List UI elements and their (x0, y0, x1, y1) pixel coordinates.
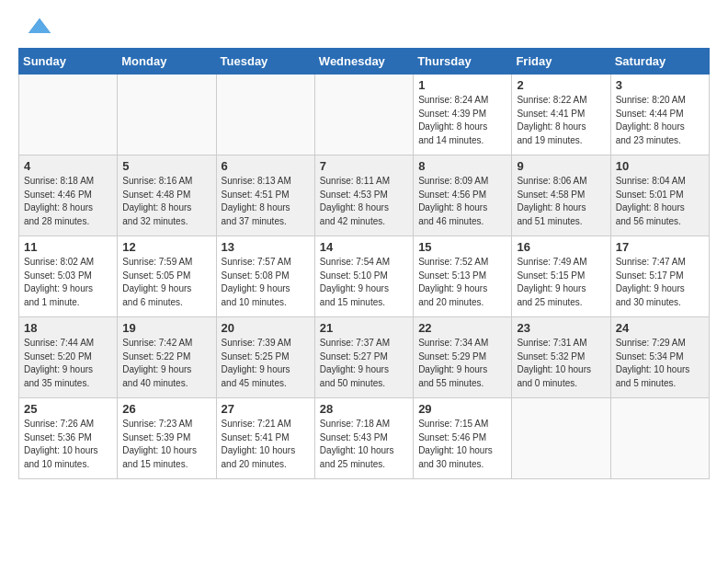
calendar-cell: 29Sunrise: 7:15 AM Sunset: 5:46 PM Dayli… (414, 398, 512, 479)
day-info: Sunrise: 7:21 AM Sunset: 5:41 PM Dayligh… (222, 418, 310, 471)
day-info: Sunrise: 8:13 AM Sunset: 4:51 PM Dayligh… (222, 175, 310, 228)
page: SundayMondayTuesdayWednesdayThursdayFrid… (0, 0, 728, 494)
day-info: Sunrise: 7:57 AM Sunset: 5:08 PM Dayligh… (222, 256, 310, 309)
calendar-cell: 7Sunrise: 8:11 AM Sunset: 4:53 PM Daylig… (314, 155, 413, 236)
day-number: 29 (418, 402, 506, 416)
day-number: 24 (616, 321, 704, 335)
calendar-header-row: SundayMondayTuesdayWednesdayThursdayFrid… (19, 49, 710, 75)
day-number: 19 (122, 321, 210, 335)
calendar-header-thursday: Thursday (414, 49, 512, 75)
day-number: 21 (320, 321, 408, 335)
day-info: Sunrise: 8:18 AM Sunset: 4:46 PM Dayligh… (24, 175, 112, 228)
calendar-cell: 5Sunrise: 8:16 AM Sunset: 4:48 PM Daylig… (118, 155, 216, 236)
calendar-cell: 21Sunrise: 7:37 AM Sunset: 5:27 PM Dayli… (314, 317, 413, 398)
day-number: 25 (24, 402, 112, 416)
day-number: 17 (616, 240, 704, 254)
day-info: Sunrise: 7:29 AM Sunset: 5:34 PM Dayligh… (616, 337, 704, 390)
calendar-cell: 3Sunrise: 8:20 AM Sunset: 4:44 PM Daylig… (610, 75, 709, 155)
calendar-cell: 10Sunrise: 8:04 AM Sunset: 5:01 PM Dayli… (610, 155, 709, 236)
day-number: 15 (418, 240, 506, 254)
day-number: 20 (222, 321, 310, 335)
calendar-header-sunday: Sunday (19, 49, 118, 75)
day-number: 16 (517, 240, 605, 254)
calendar-cell (118, 75, 216, 155)
day-number: 13 (222, 240, 310, 254)
calendar-cell: 22Sunrise: 7:34 AM Sunset: 5:29 PM Dayli… (414, 317, 512, 398)
calendar-cell: 4Sunrise: 8:18 AM Sunset: 4:46 PM Daylig… (19, 155, 118, 236)
calendar-cell: 2Sunrise: 8:22 AM Sunset: 4:41 PM Daylig… (512, 75, 610, 155)
day-number: 9 (517, 159, 605, 173)
day-number: 1 (418, 78, 506, 92)
day-number: 18 (24, 321, 112, 335)
calendar-cell: 20Sunrise: 7:39 AM Sunset: 5:25 PM Dayli… (216, 317, 314, 398)
calendar-cell: 9Sunrise: 8:06 AM Sunset: 4:58 PM Daylig… (512, 155, 610, 236)
day-info: Sunrise: 7:59 AM Sunset: 5:05 PM Dayligh… (122, 256, 210, 309)
day-number: 5 (122, 159, 210, 173)
calendar-cell (19, 75, 118, 155)
calendar-cell: 25Sunrise: 7:26 AM Sunset: 5:36 PM Dayli… (19, 398, 118, 479)
day-info: Sunrise: 7:47 AM Sunset: 5:17 PM Dayligh… (616, 256, 704, 309)
calendar-header-monday: Monday (118, 49, 216, 75)
calendar-cell: 1Sunrise: 8:24 AM Sunset: 4:39 PM Daylig… (414, 75, 512, 155)
calendar-cell: 24Sunrise: 7:29 AM Sunset: 5:34 PM Dayli… (610, 317, 709, 398)
logo-icon (21, 11, 51, 40)
calendar-cell: 8Sunrise: 8:09 AM Sunset: 4:56 PM Daylig… (414, 155, 512, 236)
day-info: Sunrise: 8:22 AM Sunset: 4:41 PM Dayligh… (517, 94, 605, 147)
day-info: Sunrise: 8:16 AM Sunset: 4:48 PM Dayligh… (122, 175, 210, 228)
calendar-cell: 12Sunrise: 7:59 AM Sunset: 5:05 PM Dayli… (118, 236, 216, 317)
calendar-cell: 26Sunrise: 7:23 AM Sunset: 5:39 PM Dayli… (118, 398, 216, 479)
day-number: 8 (418, 159, 506, 173)
day-number: 2 (517, 78, 605, 92)
calendar-cell: 14Sunrise: 7:54 AM Sunset: 5:10 PM Dayli… (314, 236, 413, 317)
calendar-cell: 19Sunrise: 7:42 AM Sunset: 5:22 PM Dayli… (118, 317, 216, 398)
day-info: Sunrise: 8:09 AM Sunset: 4:56 PM Dayligh… (418, 175, 506, 228)
calendar-week-5: 25Sunrise: 7:26 AM Sunset: 5:36 PM Dayli… (19, 398, 710, 479)
day-number: 3 (616, 78, 704, 92)
day-info: Sunrise: 7:44 AM Sunset: 5:20 PM Dayligh… (24, 337, 112, 390)
day-number: 10 (616, 159, 704, 173)
calendar-header-saturday: Saturday (610, 49, 709, 75)
calendar-week-3: 11Sunrise: 8:02 AM Sunset: 5:03 PM Dayli… (19, 236, 710, 317)
calendar-cell (216, 75, 314, 155)
calendar-cell: 11Sunrise: 8:02 AM Sunset: 5:03 PM Dayli… (19, 236, 118, 317)
day-info: Sunrise: 7:34 AM Sunset: 5:29 PM Dayligh… (418, 337, 506, 390)
day-info: Sunrise: 8:20 AM Sunset: 4:44 PM Dayligh… (616, 94, 704, 147)
calendar-table: SundayMondayTuesdayWednesdayThursdayFrid… (18, 48, 710, 479)
day-number: 11 (24, 240, 112, 254)
calendar-cell: 27Sunrise: 7:21 AM Sunset: 5:41 PM Dayli… (216, 398, 314, 479)
calendar-cell: 18Sunrise: 7:44 AM Sunset: 5:20 PM Dayli… (19, 317, 118, 398)
logo (18, 15, 51, 40)
calendar-cell: 23Sunrise: 7:31 AM Sunset: 5:32 PM Dayli… (512, 317, 610, 398)
day-info: Sunrise: 7:15 AM Sunset: 5:46 PM Dayligh… (418, 418, 506, 471)
day-info: Sunrise: 7:54 AM Sunset: 5:10 PM Dayligh… (320, 256, 408, 309)
calendar-week-1: 1Sunrise: 8:24 AM Sunset: 4:39 PM Daylig… (19, 75, 710, 155)
calendar-header-friday: Friday (512, 49, 610, 75)
day-info: Sunrise: 8:04 AM Sunset: 5:01 PM Dayligh… (616, 175, 704, 228)
day-info: Sunrise: 8:11 AM Sunset: 4:53 PM Dayligh… (320, 175, 408, 228)
day-info: Sunrise: 7:23 AM Sunset: 5:39 PM Dayligh… (122, 418, 210, 471)
day-number: 23 (517, 321, 605, 335)
header (18, 15, 710, 40)
calendar-cell: 17Sunrise: 7:47 AM Sunset: 5:17 PM Dayli… (610, 236, 709, 317)
calendar-cell (314, 75, 413, 155)
day-info: Sunrise: 7:42 AM Sunset: 5:22 PM Dayligh… (122, 337, 210, 390)
day-number: 14 (320, 240, 408, 254)
calendar-header-wednesday: Wednesday (314, 49, 413, 75)
day-info: Sunrise: 8:02 AM Sunset: 5:03 PM Dayligh… (24, 256, 112, 309)
day-info: Sunrise: 8:24 AM Sunset: 4:39 PM Dayligh… (418, 94, 506, 147)
svg-marker-1 (28, 18, 51, 33)
day-number: 6 (222, 159, 310, 173)
calendar-cell: 13Sunrise: 7:57 AM Sunset: 5:08 PM Dayli… (216, 236, 314, 317)
day-number: 4 (24, 159, 112, 173)
day-number: 7 (320, 159, 408, 173)
day-info: Sunrise: 7:39 AM Sunset: 5:25 PM Dayligh… (222, 337, 310, 390)
day-number: 22 (418, 321, 506, 335)
day-number: 26 (122, 402, 210, 416)
calendar-week-2: 4Sunrise: 8:18 AM Sunset: 4:46 PM Daylig… (19, 155, 710, 236)
calendar-cell: 15Sunrise: 7:52 AM Sunset: 5:13 PM Dayli… (414, 236, 512, 317)
day-number: 27 (222, 402, 310, 416)
day-info: Sunrise: 7:18 AM Sunset: 5:43 PM Dayligh… (320, 418, 408, 471)
calendar-cell: 16Sunrise: 7:49 AM Sunset: 5:15 PM Dayli… (512, 236, 610, 317)
day-info: Sunrise: 7:31 AM Sunset: 5:32 PM Dayligh… (517, 337, 605, 390)
calendar-cell (610, 398, 709, 479)
